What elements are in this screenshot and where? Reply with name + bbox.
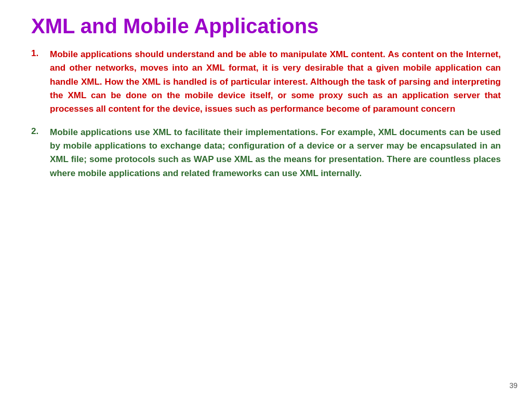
list-text-2: Mobile applications use XML to facilitat… (50, 126, 501, 180)
list-text-1: Mobile applications should understand an… (50, 48, 501, 116)
list-number-1: 1. (31, 48, 50, 59)
slide-title: XML and Mobile Applications (31, 15, 501, 37)
slide-page-number: 39 (509, 381, 517, 390)
list-item: 1. Mobile applications should understand… (31, 48, 501, 116)
list-number-2: 2. (31, 126, 50, 137)
slide-content: 1. Mobile applications should understand… (31, 48, 501, 180)
list-item: 2. Mobile applications use XML to facili… (31, 126, 501, 180)
slide-container: XML and Mobile Applications 1. Mobile ap… (0, 0, 532, 399)
